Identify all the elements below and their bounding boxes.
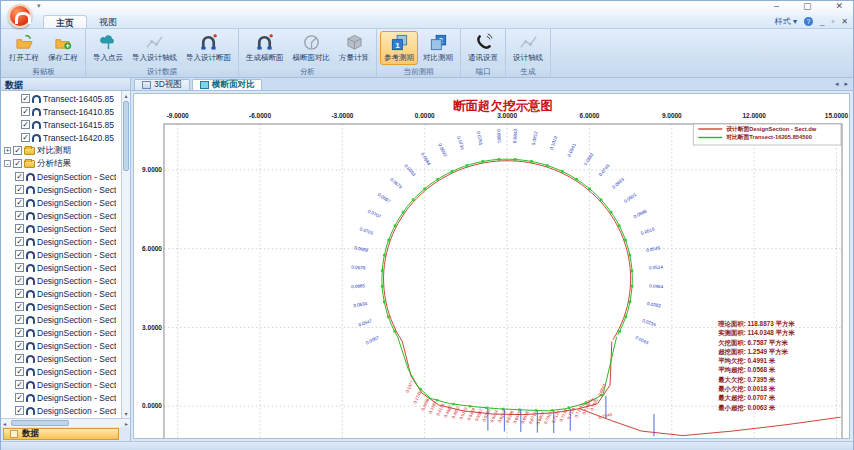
collapse-icon[interactable]: -: [4, 160, 11, 167]
tree-checkbox[interactable]: ✓: [15, 328, 24, 337]
tree-checkbox[interactable]: ✓: [21, 107, 30, 116]
tree-checkbox[interactable]: ✓: [13, 159, 22, 168]
tree-checkbox[interactable]: ✓: [15, 172, 24, 181]
tree-item-section[interactable]: ✓DesignSection - Sect: [1, 404, 130, 417]
mdi-restore-button[interactable]: ▫: [831, 17, 834, 26]
tree-checkbox[interactable]: ✓: [15, 224, 24, 233]
measure-point-marker: [624, 239, 627, 242]
scrollbar-thumb[interactable]: [11, 420, 69, 426]
tree-item-section[interactable]: ✓DesignSection - Sect: [1, 170, 130, 183]
ribbon-button-设计轴线[interactable]: 设计轴线: [509, 31, 547, 65]
tree-checkbox[interactable]: ✓: [13, 146, 22, 155]
scroll-up-icon[interactable]: ▴: [122, 92, 130, 99]
close-button[interactable]: ✕: [835, 1, 843, 11]
ribbon-button-导入设计断面[interactable]: 导入设计断面: [182, 31, 235, 65]
x-tick-label: 0.0000: [415, 112, 435, 119]
tree-item-section[interactable]: ✓DesignSection - Sect: [1, 391, 130, 404]
tree-checkbox[interactable]: ✓: [21, 133, 30, 142]
tree-checkbox[interactable]: ✓: [15, 341, 24, 350]
tree-item-transect[interactable]: ✓Transect-16405.85: [1, 92, 130, 105]
tree-item-transect[interactable]: ✓Transect-16410.85: [1, 105, 130, 118]
doc-tab-nav-arrows[interactable]: ◂ ▸: [835, 80, 850, 88]
tree-item-folder[interactable]: -✓分析结果: [1, 157, 130, 170]
tree-item-section[interactable]: ✓DesignSection - Sect: [1, 378, 130, 391]
tree-checkbox[interactable]: ✓: [15, 354, 24, 363]
tree-checkbox[interactable]: ✓: [21, 94, 30, 103]
tree-checkbox[interactable]: ✓: [15, 198, 24, 207]
ribbon-button-打开工程[interactable]: 打开工程: [5, 31, 43, 65]
tree-item-transect[interactable]: ✓Transect-16415.85: [1, 118, 130, 131]
polyline-icon: [519, 33, 538, 52]
tree-item-section[interactable]: ✓DesignSection - Sect: [1, 222, 130, 235]
tree-item-section[interactable]: ✓DesignSection - Sect: [1, 365, 130, 378]
tree-item-section[interactable]: ✓DesignSection - Sect: [1, 326, 130, 339]
minimize-button[interactable]: –: [774, 1, 779, 11]
horizontal-scrollbar[interactable]: ◂ ▸: [1, 418, 130, 427]
style-menu-button[interactable]: 样式 ▾: [775, 16, 797, 27]
tree-checkbox[interactable]: ✓: [15, 289, 24, 298]
tree-checkbox[interactable]: ✓: [15, 393, 24, 402]
doc-tab-1[interactable]: 横断面对比: [192, 79, 263, 90]
y-tick-label: 3.0000: [142, 324, 162, 331]
doc-tab-0[interactable]: 3D视图: [134, 79, 190, 90]
section-icon: [32, 134, 41, 142]
tree-item-section[interactable]: ✓DesignSection - Sect: [1, 248, 130, 261]
help-icon[interactable]: ?: [804, 17, 813, 26]
ribbon-tab-1[interactable]: 视图: [87, 15, 129, 28]
app-logo-icon[interactable]: [8, 4, 32, 28]
measure-point-marker: [631, 285, 634, 288]
scroll-right-icon[interactable]: ▸: [125, 420, 128, 427]
tree-item-section[interactable]: ✓DesignSection - Sect: [1, 209, 130, 222]
scroll-left-icon[interactable]: ◂: [3, 420, 6, 427]
scrollbar-thumb[interactable]: [123, 101, 129, 171]
ribbon-button-导入设计轴线[interactable]: 导入设计轴线: [128, 31, 181, 65]
ribbon-button-参考测期[interactable]: 1参考测期: [380, 31, 418, 65]
ribbon-button-导入点云[interactable]: 导入点云: [89, 31, 127, 65]
measure-point-marker: [383, 300, 386, 303]
quick-access-arrow-icon[interactable]: ▾: [37, 2, 41, 10]
ribbon-button-方量计算[interactable]: 方量计算: [335, 31, 373, 65]
tree-item-section[interactable]: ✓DesignSection - Sect: [1, 196, 130, 209]
expand-icon[interactable]: +: [4, 147, 11, 154]
ribbon-button-保存工程[interactable]: 保存工程: [44, 31, 82, 65]
ribbon-button-横断面对比[interactable]: 横断面对比: [289, 31, 335, 65]
section-icon: [26, 329, 35, 337]
vertical-scrollbar[interactable]: ▴▾: [121, 91, 130, 418]
tree-item-section[interactable]: ✓DesignSection - Sect: [1, 313, 130, 326]
tree-checkbox[interactable]: ✓: [15, 237, 24, 246]
tree-checkbox[interactable]: ✓: [15, 302, 24, 311]
scroll-down-icon[interactable]: ▾: [122, 410, 130, 417]
ribbon-button-对比测期[interactable]: 2对比测期: [419, 31, 457, 65]
mdi-minimize-button[interactable]: _: [820, 17, 824, 26]
tree-checkbox[interactable]: ✓: [15, 211, 24, 220]
legend-label: 对比断面Transect-16205.854500: [725, 133, 812, 141]
tree-checkbox[interactable]: ✓: [15, 406, 24, 415]
tree-checkbox[interactable]: ✓: [15, 250, 24, 259]
tree-checkbox[interactable]: ✓: [15, 367, 24, 376]
tree-checkbox[interactable]: ✓: [21, 120, 30, 129]
tree-item-section[interactable]: ✓DesignSection - Sect: [1, 339, 130, 352]
data-panel-tab[interactable]: 数据: [3, 428, 119, 440]
tree-item-label: 对比测期: [37, 145, 71, 157]
tree-item-transect[interactable]: ✓Transect-16420.85: [1, 131, 130, 144]
tree-item-section[interactable]: ✓DesignSection - Sect: [1, 261, 130, 274]
tree-item-section[interactable]: ✓DesignSection - Sect: [1, 287, 130, 300]
doc-tab-icon: [200, 81, 209, 89]
tree-checkbox[interactable]: ✓: [15, 185, 24, 194]
tree-item-section[interactable]: ✓DesignSection - Sect: [1, 274, 130, 287]
tree-checkbox[interactable]: ✓: [15, 276, 24, 285]
maximize-button[interactable]: ▢: [803, 1, 812, 11]
ribbon-button-生成横断面[interactable]: 生成横断面: [242, 31, 288, 65]
tree-item-section[interactable]: ✓DesignSection - Sect: [1, 235, 130, 248]
tree-item-section[interactable]: ✓DesignSection - Sect: [1, 183, 130, 196]
tree-item-section[interactable]: ✓DesignSection - Sect: [1, 300, 130, 313]
mdi-close-button[interactable]: ✕: [841, 17, 848, 26]
tree-checkbox[interactable]: ✓: [15, 380, 24, 389]
ribbon-button-通讯设置[interactable]: 通讯设置: [464, 31, 502, 65]
ribbon-tab-0[interactable]: 主页: [43, 15, 87, 28]
tree-checkbox[interactable]: ✓: [15, 315, 24, 324]
ribbon-button-label: 横断面对比: [293, 53, 331, 63]
tree-checkbox[interactable]: ✓: [15, 263, 24, 272]
tree-item-section[interactable]: ✓DesignSection - Sect: [1, 352, 130, 365]
tree-item-folder[interactable]: +✓对比测期: [1, 144, 130, 157]
